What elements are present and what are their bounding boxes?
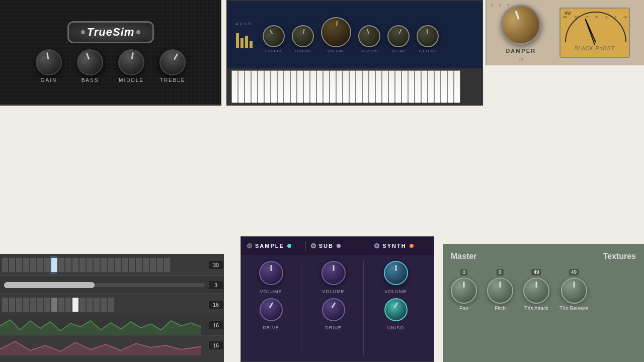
bass-knob[interactable] — [73, 46, 107, 79]
white-key[interactable] — [343, 70, 349, 103]
white-key[interactable] — [336, 70, 343, 103]
white-key[interactable] — [310, 70, 316, 103]
seq-cell[interactable] — [58, 298, 64, 312]
seq-cell[interactable] — [79, 258, 86, 272]
white-key[interactable] — [349, 70, 356, 103]
seq-cell[interactable] — [23, 258, 29, 272]
seq-cell[interactable] — [136, 258, 142, 272]
white-key[interactable] — [231, 70, 238, 103]
seq-cell[interactable] — [9, 258, 15, 272]
synth-unison-knob[interactable] — [384, 298, 408, 321]
seq-cell[interactable] — [87, 258, 93, 272]
sample-drive-knob[interactable] — [260, 298, 283, 321]
seq-cell[interactable] — [129, 258, 135, 272]
seq-cell[interactable] — [23, 298, 29, 312]
chorus-knob[interactable] — [259, 21, 289, 51]
seq-slider-track[interactable] — [4, 283, 205, 287]
white-key[interactable] — [303, 70, 310, 103]
seq-cell[interactable] — [16, 298, 22, 312]
white-key[interactable] — [245, 70, 251, 103]
white-key[interactable] — [238, 70, 245, 103]
seq-cell[interactable] — [108, 298, 114, 312]
seq-cell[interactable] — [2, 298, 8, 312]
seq-cell[interactable] — [101, 298, 107, 312]
white-key[interactable] — [454, 70, 460, 103]
seq-slider-handle[interactable] — [4, 282, 95, 288]
white-key[interactable] — [362, 70, 369, 103]
white-key[interactable] — [316, 70, 323, 103]
seq-cell[interactable] — [143, 258, 149, 272]
seq-cell[interactable] — [164, 258, 170, 272]
synth-power-sample[interactable] — [247, 243, 252, 248]
txsrelease-knob[interactable] — [561, 278, 587, 304]
seq-cell[interactable] — [79, 298, 86, 312]
white-key[interactable] — [434, 70, 441, 103]
seq-cell[interactable] — [65, 298, 71, 312]
seq-cell[interactable] — [16, 258, 22, 272]
seq-cell[interactable] — [65, 258, 71, 272]
synth-volume-knob[interactable] — [384, 261, 408, 285]
white-key[interactable] — [284, 70, 290, 103]
volume-knob[interactable] — [320, 16, 353, 48]
sub-drive-knob[interactable] — [322, 298, 345, 321]
white-key[interactable] — [356, 70, 362, 103]
seq-cell[interactable] — [108, 258, 114, 272]
seq-cell[interactable] — [30, 258, 36, 272]
white-key[interactable] — [323, 70, 330, 103]
seq-cell-accent[interactable] — [51, 298, 57, 312]
synth-power-sub[interactable] — [311, 243, 316, 248]
seq-cell[interactable] — [115, 258, 121, 272]
white-key[interactable] — [408, 70, 415, 103]
seq-cell[interactable] — [30, 298, 36, 312]
sample-volume-knob[interactable] — [259, 261, 283, 285]
white-key[interactable] — [382, 70, 388, 103]
seq-cell[interactable] — [58, 258, 64, 272]
white-key[interactable] — [264, 70, 271, 103]
seq-cell[interactable] — [150, 258, 156, 272]
master-piano-keys[interactable]: (function(){ const svg = document.curren… — [451, 319, 636, 347]
white-key[interactable] — [297, 70, 303, 103]
seq-cell[interactable] — [72, 258, 78, 272]
white-key[interactable] — [369, 70, 375, 103]
white-key[interactable] — [447, 70, 454, 103]
white-key[interactable] — [441, 70, 447, 103]
tuning-knob[interactable] — [290, 23, 316, 49]
white-key[interactable] — [395, 70, 401, 103]
synth-power-synth[interactable] — [374, 243, 379, 248]
white-key[interactable] — [251, 70, 258, 103]
gain-knob[interactable] — [34, 47, 64, 77]
filters-knob[interactable] — [416, 24, 440, 48]
white-key[interactable] — [290, 70, 297, 103]
white-key[interactable] — [375, 70, 382, 103]
white-key[interactable] — [421, 70, 428, 103]
reverb-knob[interactable] — [356, 23, 383, 50]
white-key[interactable] — [388, 70, 395, 103]
delay-knob[interactable] — [384, 22, 413, 50]
piano-keys[interactable]: (function() { // Generate piano keys pat… — [227, 68, 482, 105]
seq-cell[interactable] — [9, 298, 15, 312]
seq-cell[interactable] — [157, 258, 163, 272]
seq-cell-active[interactable] — [72, 298, 78, 312]
seq-cell[interactable] — [37, 298, 43, 312]
seq-cell[interactable] — [101, 258, 107, 272]
white-key[interactable] — [271, 70, 277, 103]
white-key[interactable] — [330, 70, 336, 103]
seq-cell[interactable] — [44, 258, 50, 272]
seq-cell[interactable] — [37, 258, 43, 272]
white-key[interactable] — [415, 70, 421, 103]
txsattack-knob[interactable] — [523, 278, 549, 304]
sub-volume-knob[interactable] — [321, 261, 346, 285]
middle-knob[interactable] — [116, 47, 146, 77]
white-key[interactable] — [428, 70, 434, 103]
seq-cell[interactable] — [44, 298, 50, 312]
white-key[interactable] — [401, 70, 408, 103]
seq-cell[interactable] — [2, 258, 8, 272]
white-key[interactable] — [277, 70, 284, 103]
seq-cell[interactable] — [87, 298, 93, 312]
seq-cell[interactable] — [94, 298, 100, 312]
pan-knob[interactable] — [451, 278, 477, 304]
white-key[interactable] — [258, 70, 264, 103]
pitch-knob[interactable] — [487, 278, 513, 304]
seq-cell[interactable] — [122, 258, 128, 272]
seq-cell[interactable] — [94, 258, 100, 272]
